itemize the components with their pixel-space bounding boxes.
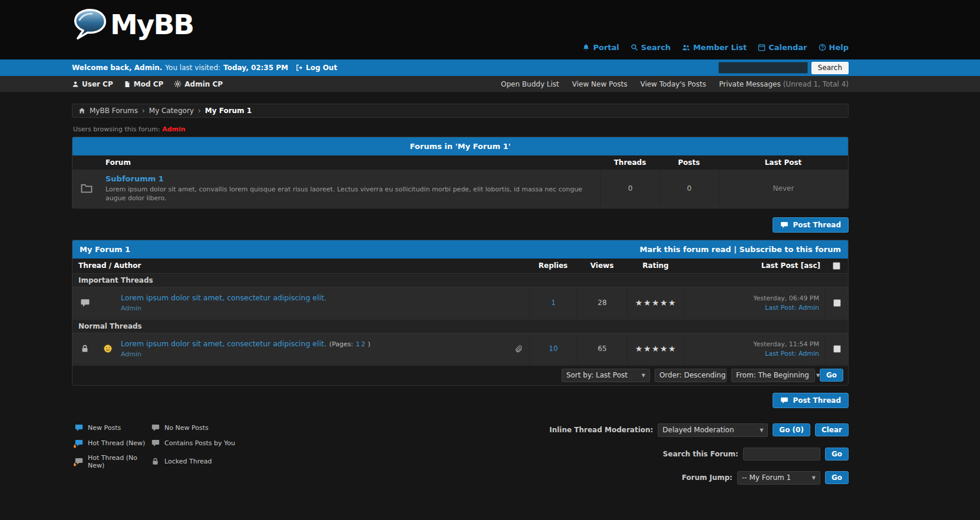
post-thread-button[interactable]: Post Thread (773, 393, 849, 408)
breadcrumb-forums-link[interactable]: MyBB Forums (90, 107, 138, 115)
thread-lastpost-cell: Yesterday, 06:49 PM Last Post: Admin (684, 287, 825, 319)
select-all-cell (825, 259, 848, 273)
search-icon (631, 44, 638, 51)
legend-hot-thread-new: Hot Thread (New) (74, 439, 151, 448)
logout-link[interactable]: Log Out (296, 64, 337, 72)
thread-subject-cell: Lorem ipsum dolor sit amet, consectetur … (118, 333, 529, 365)
breadcrumb-separator: › (142, 107, 145, 115)
threads-table-header: Thread / Author Replies Views Rating Las… (72, 259, 848, 273)
home-icon (78, 107, 85, 114)
view-new-posts-link[interactable]: View New Posts (572, 80, 628, 88)
mark-forum-read-link[interactable]: Mark this forum read (640, 245, 731, 254)
private-messages-label: Private Messages (719, 80, 781, 88)
admin-cp-label: Admin CP (184, 80, 223, 88)
legend-contains-posts-by-you: Contains Posts by You (151, 439, 235, 448)
breadcrumb-separator: › (198, 107, 201, 115)
thread-replies-cell: 1 (529, 287, 577, 319)
replies-count-link[interactable]: 10 (549, 345, 557, 353)
paperclip-icon (514, 345, 523, 353)
forum-jump-select[interactable]: -- My Forum 1▼ (737, 471, 820, 485)
thread-row: Lorem ipsum dolor sit amet, consectetur … (72, 333, 848, 365)
nav-portal-label: Portal (593, 43, 619, 52)
admin-cp-link[interactable]: Admin CP (174, 80, 223, 88)
bell-icon (582, 44, 590, 51)
thread-lastpost-cell: Yesterday, 11:54 PM Last Post: Admin (684, 333, 825, 365)
inline-moderation-label: Inline Thread Moderation: (549, 426, 653, 434)
forum-jump-go-button[interactable]: Go (825, 471, 849, 484)
page-1-link[interactable]: 1 (356, 340, 360, 348)
open-buddy-list-link[interactable]: Open Buddy List (501, 80, 559, 88)
moderation-select[interactable]: Delayed Moderation▼ (658, 423, 768, 437)
calendar-icon (758, 44, 765, 51)
private-messages-link[interactable]: Private Messages(Unread 1, Total 4) (719, 80, 849, 88)
last-post-link[interactable]: Last Post: (765, 304, 796, 312)
legend-new-posts: New Posts (74, 423, 151, 432)
nav-search[interactable]: Search (631, 43, 671, 52)
legend-label: Locked Thread (164, 458, 212, 465)
mod-cp-label: Mod CP (134, 80, 164, 88)
from-select[interactable]: From: The Beginning▼ (731, 369, 815, 382)
legend-locked-thread: Locked Thread (151, 454, 235, 469)
sort-go-button[interactable]: Go (820, 369, 843, 382)
user-cp-link[interactable]: User CP (72, 80, 113, 88)
nav-member-list[interactable]: Member List (682, 43, 747, 52)
thread-title-link[interactable]: Lorem ipsum dolor sit amet, consectetur … (121, 293, 326, 302)
sort-by-select[interactable]: Sort by: Last Post▼ (562, 369, 650, 382)
thread-views-cell: 65 (577, 333, 627, 365)
nav-help[interactable]: Help (819, 43, 849, 52)
subforum-link[interactable]: Subforumm 1 (105, 174, 164, 183)
main-content: MyBB Forums › My Category › My Forum 1 U… (72, 104, 849, 520)
mod-cp-link[interactable]: Mod CP (124, 80, 164, 88)
header-search-input[interactable] (718, 62, 808, 74)
thread-select-checkbox[interactable] (833, 345, 841, 353)
last-visited-label: You last visited: (165, 64, 220, 72)
thread-views-cell: 28 (577, 287, 627, 319)
rating-stars[interactable]: ★★★★★ (635, 344, 677, 353)
order-select[interactable]: Order: Descending▼ (655, 369, 727, 382)
moderation-clear-button[interactable]: Clear (815, 423, 849, 436)
thread-author-link[interactable]: Admin (121, 304, 141, 312)
last-post-sort-header[interactable]: Last Post [asc] (684, 259, 825, 273)
nav-calendar[interactable]: Calendar (758, 43, 807, 52)
last-post-author-link[interactable]: Admin (798, 350, 819, 357)
subforum-info-cell: Subforumm 1 Lorem ipsum dolor sit amet, … (101, 170, 600, 208)
thread-author-column-header: Thread / Author (72, 259, 529, 273)
last-post-author-link[interactable]: Admin (798, 304, 819, 312)
rating-column-header: Rating (627, 259, 684, 273)
header-search-button[interactable]: Search (811, 62, 849, 74)
replies-count-link[interactable]: 1 (551, 299, 556, 307)
mybb-logo[interactable]: MyBB (72, 7, 193, 41)
last-post-link[interactable]: Last Post: (765, 350, 796, 357)
normal-threads-section: Normal Threads (72, 319, 848, 333)
subscribe-forum-link[interactable]: Subscribe to this forum (739, 245, 841, 254)
breadcrumb-category-link[interactable]: My Category (149, 107, 194, 115)
browsing-user-admin[interactable]: Admin (162, 125, 185, 133)
user-cp-label: User CP (82, 80, 113, 88)
post-thread-button[interactable]: Post Thread (773, 217, 849, 233)
page-2-link[interactable]: 2 (361, 340, 365, 348)
thread-status-cell (72, 333, 97, 365)
thread-select-cell (825, 287, 848, 319)
last-visited-time: Today, 02:35 PM (223, 64, 288, 72)
thread-author-link[interactable]: Admin (121, 350, 141, 358)
moderation-go-button[interactable]: Go (0) (773, 423, 810, 436)
thread-title-link[interactable]: Lorem ipsum dolor sit amet, consectetur … (121, 339, 326, 348)
threads-table: My Forum 1 Mark this forum read | Subscr… (72, 240, 849, 386)
rating-stars[interactable]: ★★★★★ (635, 298, 677, 307)
thread-select-cell (825, 333, 848, 365)
search-forum-input[interactable] (743, 448, 820, 461)
sort-by-value: Sort by: Last Post (566, 371, 628, 379)
speech-bubble-icon (80, 298, 90, 308)
view-todays-posts-link[interactable]: View Today's Posts (640, 80, 706, 88)
search-forum-go-button[interactable]: Go (825, 448, 849, 461)
nav-portal[interactable]: Portal (582, 43, 619, 52)
thread-legend: New Posts No New Posts Hot Thread (New) … (72, 423, 235, 485)
legend-label: Hot Thread (New) (88, 439, 145, 447)
legend-hot-thread-no-new: Hot Thread (No New) (74, 454, 151, 469)
post-thread-label: Post Thread (793, 396, 841, 405)
select-all-checkbox[interactable] (833, 262, 840, 270)
toolbar: User CP Mod CP Admin CP Open Buddy List … (0, 76, 980, 92)
thread-status-cell (72, 287, 97, 319)
thread-select-checkbox[interactable] (833, 299, 841, 307)
legend-no-new-posts: No New Posts (151, 423, 235, 432)
